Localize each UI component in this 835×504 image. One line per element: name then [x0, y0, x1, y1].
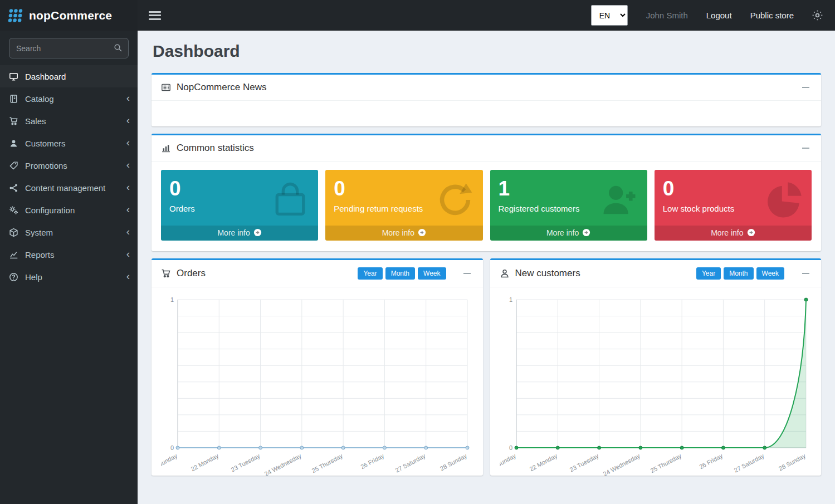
- customers-month-button[interactable]: Month: [724, 267, 753, 280]
- orders-year-button[interactable]: Year: [358, 267, 382, 280]
- sidebar-item-label: Reports: [25, 250, 55, 260]
- orders-chart-header: Orders Year Month Week: [152, 260, 483, 287]
- sidebar-item-content-management[interactable]: Content management ‹: [0, 177, 138, 199]
- orders-week-button[interactable]: Week: [418, 267, 446, 280]
- language-select[interactable]: EN: [591, 5, 628, 26]
- collapse-minus-icon[interactable]: [461, 268, 473, 279]
- svg-text:22 Monday: 22 Monday: [528, 452, 558, 472]
- low-stock-count: 0: [663, 177, 803, 201]
- statistics-panel-title: Common statistics: [177, 143, 254, 154]
- topbar-right: EN John Smith Logout Public store: [591, 5, 823, 26]
- new-customers-chart-header: New customers Year Month Week: [490, 260, 822, 287]
- svg-text:1: 1: [509, 296, 512, 303]
- svg-text:23 Tuesday: 23 Tuesday: [568, 452, 599, 473]
- sidebar-item-label: Promotions: [25, 161, 67, 170]
- sidebar-toggle-button[interactable]: [149, 11, 161, 20]
- sidebar-item-customers[interactable]: Customers ‹: [0, 132, 138, 154]
- svg-text:25 Thursday: 25 Thursday: [649, 452, 682, 473]
- news-panel: NopCommerce News: [152, 73, 821, 126]
- collapse-minus-icon[interactable]: [799, 268, 812, 279]
- user-icon: [500, 268, 510, 278]
- low-stock-more-info-link[interactable]: More info: [655, 226, 812, 241]
- brand-logo[interactable]: nopCommerce: [0, 0, 138, 31]
- svg-text:22 Monday: 22 Monday: [190, 452, 220, 472]
- sidebar-item-label: Content management: [25, 183, 105, 193]
- sidebar-item-label: Catalog: [25, 94, 54, 104]
- svg-text:24 Wednesday: 24 Wednesday: [602, 452, 641, 475]
- orders-count: 0: [169, 177, 310, 201]
- arrow-circle-right-icon: [747, 228, 755, 237]
- charts-row: Orders Year Month Week 1021 Sunday22 Mon…: [152, 258, 821, 476]
- chevron-left-icon: ‹: [126, 137, 130, 149]
- new-customers-chart-title: New customers: [515, 268, 580, 279]
- book-icon: [9, 94, 19, 104]
- new-customers-area-chart: 1021 Sunday22 Monday23 Tuesday24 Wednesd…: [500, 292, 812, 476]
- nopcommerce-dots-icon: [7, 7, 24, 24]
- svg-text:21 Sunday: 21 Sunday: [161, 452, 178, 472]
- settings-gear-icon[interactable]: [812, 10, 823, 21]
- user-icon: [9, 138, 19, 148]
- chart-line-icon: [9, 249, 19, 260]
- orders-more-info-link[interactable]: More info: [161, 226, 318, 241]
- main-content: Dashboard NopCommerce News: [138, 31, 835, 504]
- logout-link[interactable]: Logout: [706, 11, 732, 20]
- admin-dashboard: { "header": { "brand": "nopCommerce", "l…: [0, 0, 835, 504]
- sidebar-item-dashboard[interactable]: Dashboard: [0, 65, 138, 87]
- sidebar-item-label: Configuration: [25, 205, 75, 215]
- sidebar: Dashboard Catalog ‹ Sales ‹: [0, 31, 138, 504]
- desktop-icon: [9, 71, 19, 81]
- search-input[interactable]: [9, 38, 129, 58]
- sidebar-item-label: Customers: [25, 139, 66, 148]
- common-statistics-panel: Common statistics 0 Orders More info: [152, 134, 821, 251]
- svg-text:28 Sunday: 28 Sunday: [778, 452, 807, 472]
- svg-text:26 Friday: 26 Friday: [698, 452, 724, 469]
- customers-week-button[interactable]: Week: [756, 267, 784, 280]
- chevron-left-icon: ‹: [126, 204, 130, 216]
- svg-text:0: 0: [509, 444, 512, 451]
- pending-returns-more-info-link[interactable]: More info: [325, 226, 482, 241]
- svg-text:26 Friday: 26 Friday: [359, 452, 385, 469]
- collapse-minus-icon[interactable]: [799, 143, 812, 154]
- registered-customers-more-info-link[interactable]: More info: [490, 226, 647, 241]
- orders-chart-panel: Orders Year Month Week 1021 Sunday22 Mon…: [152, 258, 483, 476]
- svg-text:27 Saturday: 27 Saturday: [394, 452, 427, 473]
- registered-customers-count: 1: [499, 177, 639, 201]
- svg-text:23 Tuesday: 23 Tuesday: [230, 452, 261, 473]
- chevron-left-icon: ‹: [126, 271, 130, 283]
- newspaper-icon: [161, 82, 171, 92]
- orders-stat-box: 0 Orders More info: [161, 170, 318, 241]
- tag-icon: [9, 160, 19, 170]
- chevron-left-icon: ‹: [126, 182, 130, 194]
- sidebar-item-system[interactable]: System ‹: [0, 221, 138, 243]
- orders-chart-title: Orders: [177, 268, 206, 279]
- sidebar-search: [9, 38, 129, 58]
- statistics-boxes: 0 Orders More info 0: [152, 162, 821, 251]
- svg-text:28 Sunday: 28 Sunday: [439, 452, 468, 472]
- chevron-left-icon: ‹: [126, 248, 130, 261]
- registered-customers-label: Registered customers: [499, 204, 639, 213]
- sidebar-item-sales[interactable]: Sales ‹: [0, 110, 138, 132]
- sidebar-item-configuration[interactable]: Configuration ‹: [0, 199, 138, 221]
- sidebar-item-promotions[interactable]: Promotions ‹: [0, 154, 138, 177]
- registered-customers-stat-box: 1 Registered customers More info: [490, 170, 647, 241]
- sidebar-item-reports[interactable]: Reports ‹: [0, 243, 138, 266]
- customers-year-button[interactable]: Year: [696, 267, 721, 280]
- svg-text:27 Saturday: 27 Saturday: [733, 452, 765, 473]
- low-stock-label: Low stock products: [663, 204, 803, 213]
- cart-icon: [9, 116, 19, 126]
- share-nodes-icon: [9, 183, 19, 193]
- sidebar-menu: Dashboard Catalog ‹ Sales ‹: [0, 65, 138, 288]
- svg-text:24 Wednesday: 24 Wednesday: [263, 452, 303, 475]
- sidebar-item-help[interactable]: Help ‹: [0, 266, 138, 288]
- orders-chart-body: 1021 Sunday22 Monday23 Tuesday24 Wednesd…: [152, 287, 483, 476]
- public-store-link[interactable]: Public store: [750, 11, 794, 20]
- sidebar-item-catalog[interactable]: Catalog ‹: [0, 87, 138, 110]
- orders-month-button[interactable]: Month: [385, 267, 415, 280]
- search-icon[interactable]: [114, 43, 123, 55]
- pending-returns-label: Pending return requests: [334, 204, 474, 213]
- gears-icon: [9, 205, 19, 215]
- collapse-minus-icon[interactable]: [799, 82, 812, 93]
- sidebar-item-label: Sales: [25, 116, 46, 126]
- page-title: Dashboard: [153, 42, 821, 61]
- new-customers-chart-panel: New customers Year Month Week 1021 Sunda…: [490, 258, 822, 476]
